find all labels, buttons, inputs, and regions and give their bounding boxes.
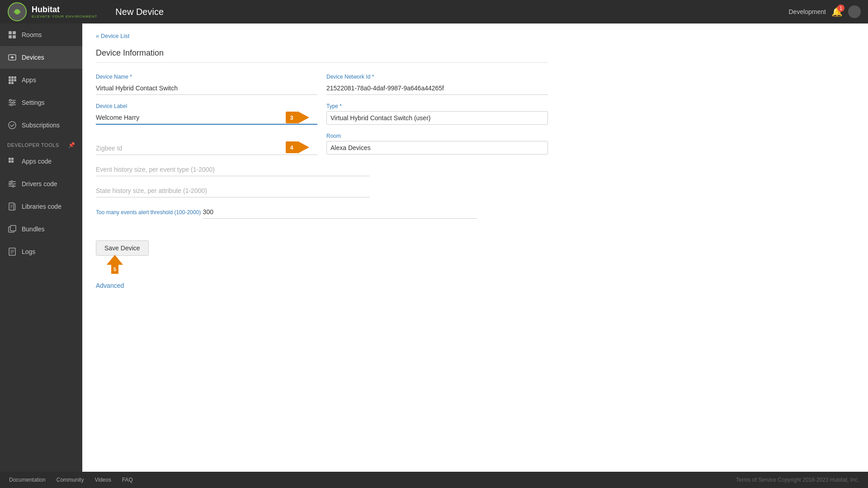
- svg-point-1: [15, 9, 19, 14]
- subscriptions-icon: [7, 120, 17, 130]
- type-group: Type * Virtual Hybrid Contact Switch (us…: [326, 103, 548, 125]
- annotation-arrow-3: [297, 111, 309, 124]
- annotation-arrowhead-5: [107, 255, 123, 265]
- pin-icon[interactable]: 📌: [68, 142, 75, 148]
- device-label-group: Device Label: [96, 103, 317, 125]
- footer-link-videos[interactable]: Videos: [94, 477, 111, 483]
- room-label: Room: [326, 133, 548, 139]
- sidebar-libraries-code-label: Libraries code: [22, 203, 61, 210]
- apps-code-icon: [7, 156, 17, 166]
- logo-name: Hubitat: [32, 5, 97, 14]
- device-network-id-input[interactable]: [326, 82, 548, 95]
- footer-link-faq[interactable]: FAQ: [122, 477, 133, 483]
- zigbee-id-group: [96, 133, 317, 155]
- sidebar-item-apps[interactable]: Apps: [0, 69, 82, 91]
- svg-point-22: [13, 102, 14, 103]
- main-content: « Device List Device Information 1 Devic…: [82, 23, 868, 472]
- type-select[interactable]: Virtual Hybrid Contact Switch (user): [326, 111, 548, 125]
- svg-rect-17: [11, 82, 14, 84]
- svg-rect-25: [9, 158, 11, 160]
- sidebar-item-drivers-code[interactable]: Drivers code: [0, 173, 82, 195]
- sidebar-devices-label: Devices: [22, 54, 44, 61]
- svg-rect-4: [9, 35, 12, 38]
- svg-rect-41: [10, 225, 16, 231]
- device-form: 1 Device Name * Device Network Id *: [96, 74, 548, 290]
- svg-point-33: [9, 183, 11, 185]
- sidebar-apps-code-label: Apps code: [22, 158, 52, 165]
- svg-rect-3: [13, 31, 16, 34]
- sidebar: Rooms Devices: [0, 23, 82, 472]
- notification-bell[interactable]: 🔔 1: [831, 6, 843, 17]
- svg-point-7: [11, 56, 14, 59]
- sidebar-settings-label: Settings: [22, 99, 45, 106]
- svg-rect-11: [11, 76, 14, 79]
- room-select[interactable]: Alexa Devices: [326, 141, 548, 155]
- device-label-input[interactable]: [96, 111, 317, 125]
- device-name-group: Device Name *: [96, 74, 317, 95]
- sidebar-item-subscriptions[interactable]: Subscriptions: [0, 114, 82, 136]
- sidebar-item-apps-code[interactable]: Apps code: [0, 150, 82, 173]
- svg-rect-28: [11, 160, 14, 163]
- sidebar-logs-label: Logs: [22, 248, 35, 255]
- svg-rect-27: [9, 160, 11, 163]
- sidebar-apps-label: Apps: [22, 76, 36, 84]
- svg-rect-12: [14, 76, 16, 79]
- room-group: Room Alexa Devices: [326, 133, 548, 155]
- alert-threshold-input[interactable]: [203, 206, 477, 219]
- sidebar-item-logs[interactable]: Logs: [0, 240, 82, 263]
- footer-copyright: Terms of Service Copyright 2018-2023 Hub…: [736, 477, 859, 483]
- svg-rect-5: [13, 35, 16, 38]
- rooms-icon: [7, 30, 17, 40]
- sidebar-item-devices[interactable]: Devices: [0, 46, 82, 69]
- annotation-arrow-body-5: 5: [111, 265, 118, 274]
- sidebar-drivers-code-label: Drivers code: [22, 180, 57, 188]
- app-footer: Documentation Community Videos FAQ Terms…: [0, 472, 868, 488]
- alert-threshold-label: Too many events alert threshold (100-200…: [96, 209, 201, 216]
- svg-point-24: [9, 122, 16, 129]
- user-avatar[interactable]: [848, 5, 861, 18]
- annotation-badge-3: 3: [286, 112, 297, 123]
- sidebar-item-settings[interactable]: Settings: [0, 91, 82, 114]
- main-layout: Rooms Devices: [0, 23, 868, 472]
- settings-icon: [7, 98, 17, 108]
- svg-rect-2: [9, 31, 12, 34]
- event-history-input[interactable]: [96, 163, 370, 176]
- sidebar-item-bundles[interactable]: Bundles: [0, 218, 82, 240]
- breadcrumb[interactable]: « Device List: [96, 33, 548, 39]
- dev-tools-section: Developer tools 📌: [0, 136, 82, 150]
- state-history-input[interactable]: [96, 184, 370, 197]
- header-right: Development 🔔 1: [789, 5, 861, 18]
- dev-tools-label: Developer tools: [7, 142, 59, 148]
- svg-rect-16: [9, 82, 11, 84]
- save-device-button[interactable]: Save Device: [96, 240, 149, 256]
- sidebar-rooms-label: Rooms: [22, 31, 42, 38]
- svg-point-34: [12, 185, 14, 187]
- footer-link-community[interactable]: Community: [57, 477, 84, 483]
- zigbee-id-input[interactable]: [96, 142, 317, 155]
- svg-rect-26: [11, 158, 14, 160]
- svg-rect-14: [11, 79, 14, 81]
- apps-icon: [7, 75, 17, 85]
- libraries-code-icon: [7, 202, 17, 211]
- section-title: Device Information: [96, 48, 548, 63]
- device-network-id-label: Device Network Id *: [326, 74, 548, 80]
- device-name-input[interactable]: [96, 82, 317, 95]
- annotation-badge-4: 4: [286, 141, 297, 153]
- hubitat-logo-icon: [7, 2, 27, 22]
- bundles-icon: [7, 224, 17, 234]
- svg-point-21: [9, 99, 11, 101]
- logs-icon: [7, 247, 17, 257]
- sidebar-subscriptions-label: Subscriptions: [22, 122, 60, 129]
- svg-point-23: [10, 104, 12, 106]
- footer-link-documentation[interactable]: Documentation: [9, 477, 46, 483]
- svg-rect-39: [14, 204, 15, 210]
- svg-point-32: [11, 181, 13, 183]
- drivers-code-icon: [7, 179, 17, 189]
- type-label: Type *: [326, 103, 548, 109]
- sidebar-item-libraries-code[interactable]: Libraries code: [0, 195, 82, 218]
- content-inner: « Device List Device Information 1 Devic…: [82, 23, 561, 299]
- annotation-badge-5: 5: [113, 267, 116, 272]
- sidebar-item-rooms[interactable]: Rooms: [0, 23, 82, 46]
- advanced-button[interactable]: Advanced: [96, 282, 124, 289]
- svg-rect-13: [9, 79, 11, 81]
